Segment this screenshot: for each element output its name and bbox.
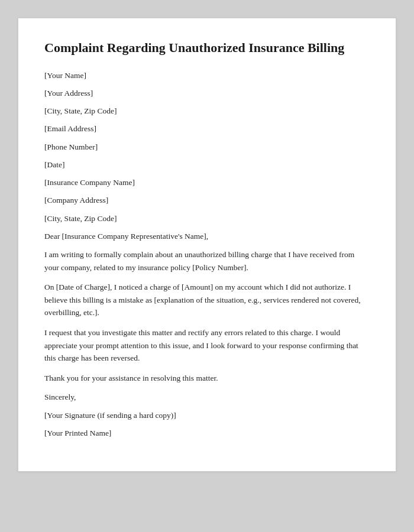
field-company-address: [Company Address]: [44, 194, 370, 206]
field-city-state-zip-company: [City, State, Zip Code]: [44, 213, 370, 225]
field-city-state-zip-sender: [City, State, Zip Code]: [44, 105, 370, 117]
letter-sincerely: Sincerely,: [44, 391, 370, 403]
field-phone-number: [Phone Number]: [44, 141, 370, 153]
letter-paragraph-3: I request that you investigate this matt…: [44, 326, 370, 365]
field-date: [Date]: [44, 159, 370, 171]
field-insurance-company-name: [Insurance Company Name]: [44, 177, 370, 189]
field-your-address: [Your Address]: [44, 87, 370, 99]
letter-paragraph-4: Thank you for your assistance in resolvi…: [44, 372, 370, 385]
letter-signature: [Your Signature (if sending a hard copy)…: [44, 410, 370, 421]
field-email-address: [Email Address]: [44, 123, 370, 135]
letter-document: Complaint Regarding Unauthorized Insuran…: [18, 18, 396, 472]
letter-salutation: Dear [Insurance Company Representative's…: [44, 231, 370, 242]
letter-printed-name: [Your Printed Name]: [44, 427, 370, 439]
field-your-name: [Your Name]: [44, 70, 370, 82]
letter-paragraph-2: On [Date of Charge], I noticed a charge …: [44, 281, 370, 319]
letter-title: Complaint Regarding Unauthorized Insuran…: [44, 40, 370, 57]
letter-paragraph-1: I am writing to formally complain about …: [44, 248, 370, 274]
